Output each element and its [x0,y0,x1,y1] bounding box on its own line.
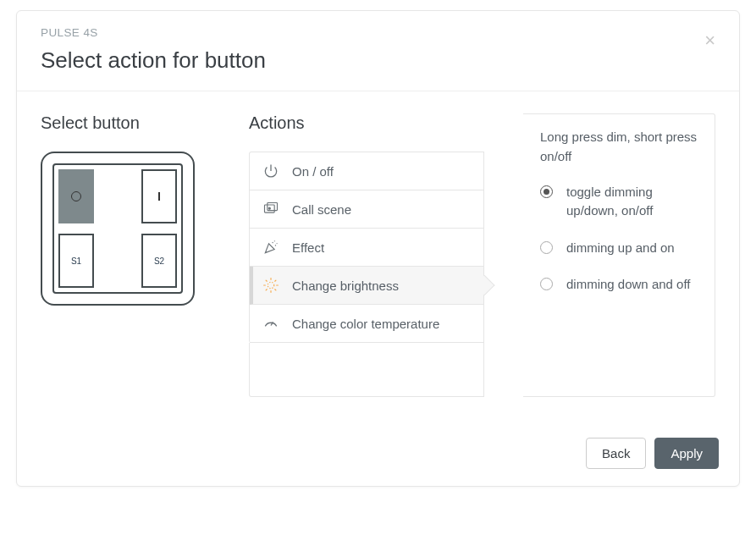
action-label: Call scene [292,202,351,217]
back-button[interactable]: Back [586,438,646,469]
device-button-bottom-right[interactable]: S2 [141,234,177,288]
confetti-icon [262,239,280,256]
device-center [96,169,138,283]
action-label: Change brightness [292,279,399,293]
select-button-heading: Select button [41,113,210,133]
option-dimming-down-off[interactable]: dimming down and off [540,275,698,294]
action-description: Long press dim, short press on/off [540,128,698,166]
device-name: PULSE 4S [41,26,715,39]
option-label: dimming up and on [566,239,675,257]
option-label: dimming down and off [566,275,690,294]
actions-heading: Actions [249,113,484,133]
select-button-column: Select button S1 S2 [41,113,210,397]
actions-column: Actions On / off Call scene [249,113,484,397]
radio-icon [540,278,553,290]
scene-icon [262,201,280,218]
action-label: Change color temperature [292,317,439,331]
action-change-brightness[interactable]: Change brightness [250,267,483,305]
modal-header: PULSE 4S Select action for button × [17,11,739,91]
device-button-top-left[interactable] [58,169,94,223]
action-change-color-temperature[interactable]: Change color temperature [250,305,483,343]
svg-line-8 [266,280,267,281]
svg-point-3 [268,282,274,289]
modal-title: Select action for button [41,47,715,74]
action-call-scene[interactable]: Call scene [250,190,483,229]
option-dimming-up-on[interactable]: dimming up and on [540,239,698,257]
modal-footer: Back Apply [17,427,739,486]
device-button-bottom-left[interactable]: S1 [58,234,94,288]
svg-line-9 [275,290,276,290]
device-plate: S1 S2 [52,163,183,294]
device-frame: S1 S2 [41,152,195,306]
action-label: Effect [292,240,324,255]
svg-line-10 [266,290,267,290]
brightness-icon [262,277,280,294]
power-icon [262,163,280,179]
actions-list: On / off Call scene Effect [249,152,484,343]
option-label: toggle dimming up/down, on/off [566,183,698,220]
actions-list-footer [249,343,484,397]
action-effect[interactable]: Effect [250,229,483,267]
svg-line-11 [275,280,276,281]
action-on-off[interactable]: On / off [250,152,483,190]
close-button[interactable]: × [701,28,719,53]
action-detail-panel: Long press dim, short press on/off toggl… [523,113,715,397]
svg-point-2 [268,207,270,209]
radio-icon [540,241,553,254]
apply-button[interactable]: Apply [654,438,719,469]
temperature-icon [262,315,280,332]
option-toggle-dimming[interactable]: toggle dimming up/down, on/off [540,183,698,220]
action-selector-modal: PULSE 4S Select action for button × Sele… [16,10,740,487]
action-label: On / off [292,164,334,179]
radio-icon [540,185,553,198]
modal-body: Select button S1 S2 Actions [17,91,739,427]
device-button-top-right[interactable] [141,169,177,223]
